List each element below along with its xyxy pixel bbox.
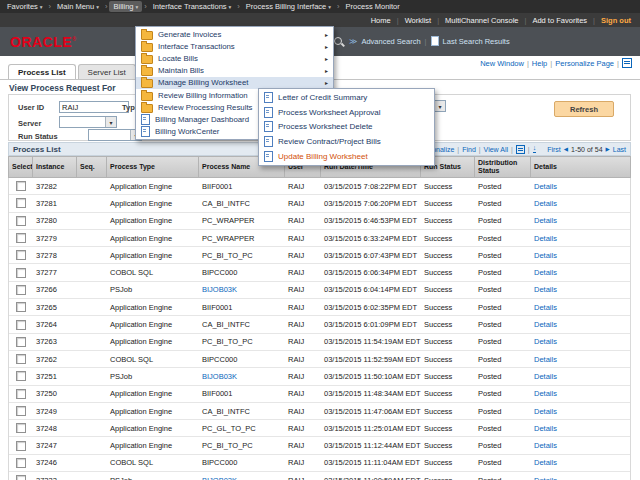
row-checkbox[interactable]: [16, 216, 26, 226]
details-link[interactable]: Details: [534, 389, 557, 398]
column-header-instance[interactable]: Instance: [33, 157, 77, 177]
details-link[interactable]: Details: [534, 476, 557, 480]
menu-item-process-worksheet-delete[interactable]: Process Worksheet Delete: [259, 120, 434, 135]
column-header-details[interactable]: Details: [531, 157, 630, 177]
process-type-cell: Application Engine: [107, 251, 199, 260]
run-datetime-cell: 03/15/2015 11:52:59AM EDT: [321, 355, 421, 364]
page-link-personalize-page[interactable]: Personalize Page: [555, 59, 614, 68]
run-datetime-cell: 03/15/2015 7:06:20PM EDT: [321, 199, 421, 208]
pagination-next-icon[interactable]: ▶: [606, 146, 610, 152]
last-search-results-link[interactable]: Last Search Results: [443, 37, 510, 46]
row-checkbox[interactable]: [16, 406, 26, 416]
process-name-cell: BIPCC000: [199, 355, 285, 364]
details-link[interactable]: Details: [534, 424, 557, 433]
column-header-distribution-status[interactable]: Distribution Status: [475, 157, 531, 177]
column-header-process-type[interactable]: Process Type: [107, 157, 199, 177]
utility-link-worklist[interactable]: Worklist: [405, 16, 432, 25]
details-link[interactable]: Details: [534, 303, 557, 312]
breadcrumb-item-process-monitor[interactable]: Process Monitor: [342, 1, 404, 12]
row-checkbox[interactable]: [16, 198, 26, 208]
row-checkbox[interactable]: [16, 441, 26, 451]
row-checkbox[interactable]: [16, 423, 26, 433]
details-link[interactable]: Details: [534, 182, 557, 191]
row-checkbox[interactable]: [16, 181, 26, 191]
details-link[interactable]: Details: [534, 372, 557, 381]
row-checkbox[interactable]: [16, 285, 26, 295]
menu-item-update-billing-worksheet[interactable]: Update Billing Worksheet: [259, 149, 434, 164]
select-cell: [9, 337, 33, 347]
menu-item-generate-invoices[interactable]: Generate Invoices▸: [136, 28, 333, 40]
breadcrumb-item-favorites[interactable]: Favorites▾: [3, 1, 47, 12]
menu-item-review-contract-project-bills[interactable]: Review Contract/Project Bills: [259, 134, 434, 149]
details-link[interactable]: Details: [534, 216, 557, 225]
row-checkbox[interactable]: [16, 337, 26, 347]
menu-item-maintain-bills[interactable]: Maintain Bills▸: [136, 65, 333, 77]
page-link-help[interactable]: Help: [532, 59, 547, 68]
breadcrumb-item-billing[interactable]: Billing▾: [109, 1, 142, 12]
run-status-cell: Success: [421, 337, 475, 346]
column-header-select[interactable]: Select: [9, 157, 33, 177]
details-link[interactable]: Details: [534, 199, 557, 208]
utility-link-multichannel-console[interactable]: MultiChannel Console: [445, 16, 518, 25]
row-checkbox[interactable]: [16, 371, 26, 381]
details-link[interactable]: Details: [534, 355, 557, 364]
details-link[interactable]: Details: [534, 285, 557, 294]
caret-down-icon: ▾: [328, 4, 331, 10]
tab-server-list[interactable]: Server List: [78, 64, 136, 79]
menu-item-process-worksheet-approval[interactable]: Process Worksheet Approval: [259, 105, 434, 120]
details-link[interactable]: Details: [534, 234, 557, 243]
utility-link-home[interactable]: Home: [371, 16, 391, 25]
process-name-link[interactable]: BIJOB03K: [202, 285, 237, 294]
personalize-layout-icon[interactable]: [622, 58, 632, 68]
row-checkbox[interactable]: [16, 458, 26, 468]
details-link[interactable]: Details: [534, 268, 557, 277]
row-checkbox[interactable]: [16, 302, 26, 312]
menu-item-locate-bills[interactable]: Locate Bills▸: [136, 52, 333, 64]
process-name-link[interactable]: BIJOB03K: [202, 372, 237, 381]
process-name-link[interactable]: BIJOB03K: [202, 476, 237, 480]
menu-item-interface-transactions[interactable]: Interface Transactions▸: [136, 40, 333, 52]
instance-cell: 37249: [33, 407, 77, 416]
details-link[interactable]: Details: [534, 441, 557, 450]
details-link[interactable]: Details: [534, 407, 557, 416]
process-name: PC_WRAPPER: [202, 216, 255, 225]
menu-item-letter-of-credit-summary[interactable]: Letter of Credit Summary: [259, 90, 434, 105]
row-checkbox[interactable]: [16, 250, 26, 260]
pagination-last[interactable]: Last: [613, 146, 626, 153]
details-link[interactable]: Details: [534, 251, 557, 260]
zoom-grid-icon[interactable]: [516, 145, 525, 154]
user-cell: RAIJ: [285, 337, 321, 346]
breadcrumb-item-process-billing-interface[interactable]: Process Billing Interface▾: [242, 1, 335, 12]
run-status-select[interactable]: ▾: [88, 129, 142, 141]
instance-cell: 37246: [33, 458, 77, 467]
breadcrumb-item-interface-transactions[interactable]: Interface Transactions▾: [149, 1, 236, 12]
pagination-prev-icon[interactable]: ◀: [564, 146, 568, 152]
row-checkbox[interactable]: [16, 475, 26, 480]
row-checkbox[interactable]: [16, 268, 26, 278]
page-link-new-window[interactable]: New Window: [480, 59, 524, 68]
row-checkbox[interactable]: [16, 354, 26, 364]
advanced-search-link[interactable]: Advanced Search: [361, 37, 420, 46]
user-id-input[interactable]: [59, 101, 129, 113]
row-checkbox[interactable]: [16, 389, 26, 399]
user-cell: RAIJ: [285, 320, 321, 329]
pagination-first[interactable]: First: [547, 146, 561, 153]
row-checkbox[interactable]: [16, 320, 26, 330]
tab-process-list[interactable]: Process List: [8, 64, 76, 79]
grid-toolbar-view-all[interactable]: View All: [484, 146, 508, 153]
refresh-button[interactable]: Refresh: [554, 101, 614, 117]
details-link[interactable]: Details: [534, 337, 557, 346]
server-select[interactable]: ▾: [59, 116, 117, 128]
download-icon[interactable]: ↓: [533, 145, 537, 153]
row-checkbox[interactable]: [16, 233, 26, 243]
column-header-seq[interactable]: Seq.: [77, 157, 107, 177]
search-icon[interactable]: [334, 37, 342, 45]
details-link[interactable]: Details: [534, 320, 557, 329]
grid-toolbar-find[interactable]: Find: [462, 146, 476, 153]
sign-out-link[interactable]: Sign out: [601, 16, 631, 25]
breadcrumb-item-main-menu[interactable]: Main Menu▾: [53, 1, 103, 12]
select-cell: [9, 216, 33, 226]
form-title: View Process Request For: [9, 83, 116, 93]
details-link[interactable]: Details: [534, 458, 557, 467]
utility-link-add-to-favorites[interactable]: Add to Favorites: [532, 16, 587, 25]
